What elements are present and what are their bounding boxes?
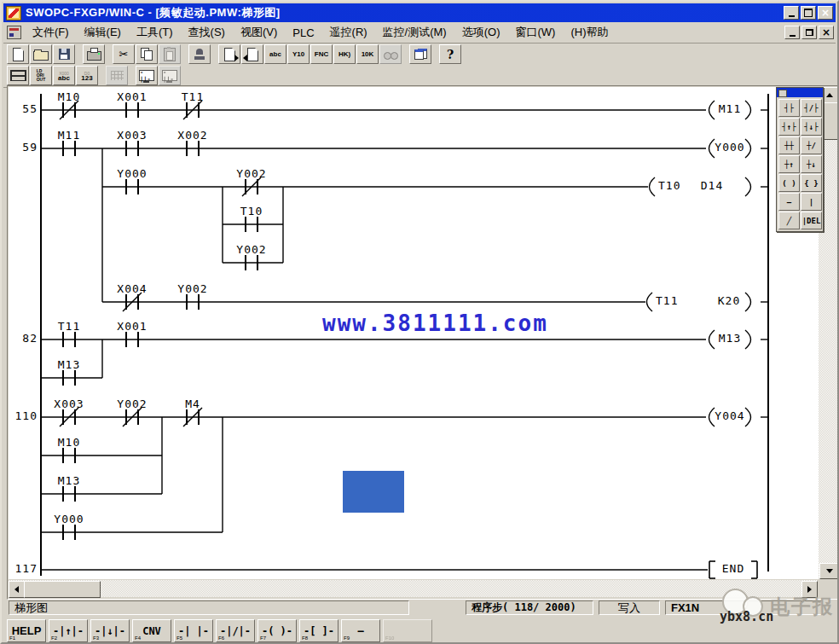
help-button[interactable]: ? — [439, 44, 461, 64]
scroll-left-button[interactable] — [9, 581, 25, 598]
rising-pulse-contact-icon: ┤↑├ — [782, 123, 796, 131]
ladder-canvas[interactable]: www.3811111.com M10X001T11M11X003X002Y00… — [9, 87, 819, 579]
find-button[interactable] — [379, 44, 402, 64]
vertical-line-button[interactable]: | — [801, 193, 822, 211]
scroll-down-button[interactable] — [819, 563, 839, 579]
function-block-button[interactable]: { } — [801, 174, 822, 192]
fn-f4-button[interactable]: CNVF4 — [132, 619, 171, 642]
question-mark-icon: ? — [447, 48, 454, 61]
falling-pulse-contact-button[interactable]: ┤↓├ — [801, 118, 822, 136]
new-file-button[interactable] — [7, 44, 29, 64]
parallel-nc-contact-icon: ┼/ — [807, 142, 816, 150]
vertical-line-delete-button[interactable]: |DEL — [801, 212, 822, 229]
nc-contact-button[interactable]: ┤/├ — [801, 99, 822, 117]
coil-label: M11 — [704, 102, 755, 115]
contact-label: Y002 — [224, 167, 279, 180]
save-file-button[interactable] — [53, 44, 75, 64]
fn-f8-button[interactable]: -[ ]-F8 — [299, 619, 338, 642]
menu-file[interactable]: 文件(F) — [25, 22, 77, 43]
document-icon[interactable] — [7, 26, 21, 39]
contact-grid-button[interactable] — [106, 66, 128, 85]
instruction-list-button[interactable]: LD ORI OUT — [30, 66, 52, 85]
contact-label: Y002 — [105, 397, 159, 410]
horizontal-scrollbar[interactable] — [9, 580, 818, 597]
contact-label: M10 — [42, 90, 96, 103]
fn-key-label: F9 — [344, 635, 350, 641]
clipboard-icon — [164, 48, 176, 61]
maximize-button[interactable] — [801, 6, 816, 20]
menu-edit[interactable]: 编辑(E) — [77, 22, 129, 43]
function-block-icon: { } — [804, 179, 818, 188]
edit-cursor[interactable] — [343, 471, 404, 513]
step-number: 82 — [10, 332, 38, 345]
device-y10-button[interactable]: Y10 — [287, 44, 310, 64]
parallel-rising-contact-button[interactable]: ┼↑ — [778, 155, 800, 173]
menu-search[interactable]: 查找(S) — [181, 22, 233, 43]
fn-f10-button[interactable]: F10 — [383, 619, 432, 642]
menu-help[interactable]: (H)帮助 — [563, 22, 616, 43]
ladder-view-button[interactable] — [7, 66, 29, 85]
register-view-button[interactable]: D0 123 — [76, 66, 98, 85]
menu-view[interactable]: 视图(V) — [233, 22, 285, 43]
falling-pulse-contact-icon: ┤↓├ — [804, 123, 818, 131]
instruction-fnc-button[interactable]: FNC — [310, 44, 333, 64]
arrow-up-icon — [826, 93, 833, 97]
fn-key-label: F2 — [51, 635, 57, 641]
step-number: 55 — [10, 102, 38, 115]
menu-window[interactable]: 窗口(W) — [507, 22, 563, 43]
scissors-icon: ✂ — [119, 48, 129, 61]
123-label: 123 — [81, 76, 92, 81]
horizontal-scroll-thumb[interactable] — [24, 581, 101, 598]
fn-f9-button[interactable]: —F9 — [341, 619, 380, 642]
nc-contact-icon: ┤/├ — [804, 104, 818, 113]
monitor-start-button[interactable]: -||- — [136, 66, 158, 85]
parallel-no-contact-button[interactable]: ┼┼ — [778, 136, 800, 154]
vertical-line-icon: | — [809, 198, 813, 206]
menu-remote[interactable]: 遥控(R) — [322, 22, 375, 43]
minimize-button[interactable] — [784, 6, 799, 20]
menu-monitor-test[interactable]: 监控/测试(M) — [375, 22, 454, 43]
fn-f5-button[interactable]: -| |-F5 — [174, 619, 213, 642]
write-mode-label: 写入 — [618, 600, 640, 616]
paste-button[interactable] — [159, 44, 181, 64]
fn-glyph-icon: HELP — [12, 624, 42, 637]
mdi-close-button[interactable]: × — [819, 26, 834, 39]
menu-options[interactable]: 选项(O) — [454, 22, 508, 43]
rising-pulse-contact-button[interactable]: ┤↑├ — [778, 118, 800, 136]
fn-f2-button[interactable]: -|↑|-F2 — [49, 619, 88, 642]
menu-tools[interactable]: 工具(T) — [129, 22, 181, 43]
ladder-icon — [10, 70, 26, 81]
no-contact-button[interactable]: ┤├ — [778, 99, 800, 117]
print-button[interactable] — [83, 44, 105, 64]
comment-abc-button[interactable]: abc — [264, 44, 286, 64]
monitor-stop-button[interactable]: -||- — [159, 66, 181, 85]
cut-button[interactable]: ✂ — [113, 44, 135, 64]
fn-f1-button[interactable]: HELPF1 — [7, 619, 46, 642]
line-delete-button[interactable]: ╱ — [778, 212, 800, 229]
close-button[interactable]: × — [818, 6, 833, 20]
comment-view-button[interactable]: X000 abc — [53, 66, 75, 85]
palette-title-bar[interactable] — [777, 88, 823, 97]
abc-icon: abc — [269, 51, 281, 58]
fn-f6-button[interactable]: -|/|-F6 — [216, 619, 255, 642]
fn-f3-button[interactable]: -|↓|-F3 — [90, 619, 130, 642]
contact-label: X001 — [105, 320, 159, 333]
coil-button[interactable]: ( ) — [778, 174, 800, 192]
app-icon[interactable] — [6, 6, 21, 20]
constant-10k-button[interactable]: 10K — [356, 44, 379, 64]
open-file-button[interactable] — [30, 44, 52, 64]
mdi-minimize-button[interactable] — [784, 26, 800, 39]
cascade-windows-button[interactable] — [409, 44, 431, 64]
menu-plc[interactable]: PLC — [285, 24, 321, 42]
stamp-button[interactable] — [188, 44, 211, 64]
copy-button[interactable] — [136, 44, 158, 64]
transfer-read-button[interactable] — [218, 44, 240, 64]
parallel-nc-contact-button[interactable]: ┼/ — [801, 136, 822, 154]
coil-hk-button[interactable]: HK) — [333, 44, 356, 64]
parallel-falling-contact-button[interactable]: ┼↓ — [801, 155, 822, 173]
fn-f7-button[interactable]: -( )-F7 — [257, 619, 297, 642]
fn-glyph-icon: -[ ]- — [304, 625, 334, 637]
mdi-restore-button[interactable] — [801, 26, 817, 39]
transfer-write-button[interactable] — [241, 44, 263, 64]
horizontal-line-button[interactable]: — — [778, 193, 800, 211]
